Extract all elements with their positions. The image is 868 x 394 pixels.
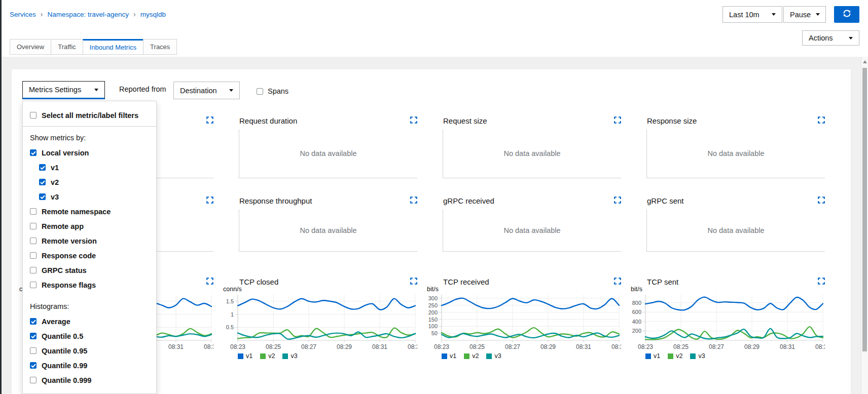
expand-icon[interactable] [614, 196, 621, 204]
vertical-scrollbar[interactable] [861, 57, 868, 394]
menu-item-response-flags[interactable]: Response flags [23, 278, 156, 292]
legend-swatch [464, 353, 469, 359]
checkbox-v1[interactable] [39, 164, 46, 171]
svg-text:08:29: 08:29 [744, 343, 760, 350]
menu-item-quantile-0-99[interactable]: Quantile 0.99 [23, 358, 156, 373]
svg-text:08:27: 08:27 [505, 343, 520, 350]
expand-icon[interactable] [206, 116, 213, 124]
menu-item-label: Remote namespace [42, 208, 111, 216]
expand-icon[interactable] [614, 116, 621, 124]
checkbox-response-flags[interactable] [30, 282, 37, 288]
scroll-up-icon[interactable] [863, 60, 867, 63]
line-chart: 5010015020025030008:2308:2508:2708:2908:… [424, 294, 621, 352]
legend-swatch [668, 353, 673, 359]
scrollbar-thumb[interactable] [862, 68, 867, 351]
checkbox-quantile-0-999[interactable] [30, 377, 37, 383]
menu-item-quantile-0-95[interactable]: Quantile 0.95 [23, 343, 156, 358]
checkbox-local-version[interactable] [30, 149, 37, 156]
legend-item-v1[interactable]: v1 [645, 352, 660, 360]
reporter-dropdown[interactable]: Destination [173, 82, 240, 99]
menu-item-quantile-0-999[interactable]: Quantile 0.999 [23, 373, 156, 387]
menu-item-remote-app[interactable]: Remote app [23, 219, 156, 233]
expand-icon[interactable] [410, 116, 417, 124]
chart-title: Response size [647, 116, 697, 125]
menu-item-v3[interactable]: v3 [23, 189, 156, 204]
chart-card-header: TCP sent [628, 273, 825, 287]
menu-item-average[interactable]: Average [23, 314, 156, 329]
chart-title: Request duration [239, 116, 297, 125]
legend-item-v3[interactable]: v3 [690, 352, 705, 360]
select-all-checkbox[interactable] [30, 112, 37, 119]
legend-item-v1[interactable]: v1 [238, 352, 252, 360]
breadcrumb-link-namespace-travel-agency[interactable]: Namespace: travel-agency [47, 11, 129, 18]
chart-card-header: Request duration [221, 112, 417, 126]
checkbox-v3[interactable] [39, 193, 46, 200]
chart-card-request-duration: Request durationNo data available [221, 112, 417, 126]
series-v2 [238, 328, 415, 339]
breadcrumb-link-mysqldb[interactable]: mysqldb [140, 11, 166, 18]
checkbox-remote-app[interactable] [30, 223, 37, 229]
legend-label: v2 [472, 352, 479, 360]
empty-chart-area: No data available [646, 209, 825, 252]
tab-overview[interactable]: Overview [10, 39, 51, 55]
svg-text:08:31: 08:31 [576, 343, 591, 350]
duration-dropdown[interactable]: Last 10m [722, 6, 782, 23]
checkbox-quantile-0-95[interactable] [30, 347, 37, 354]
tab-inbound-metrics[interactable]: Inbound Metrics [83, 39, 144, 55]
legend-swatch [645, 353, 651, 359]
checkbox-grpc-status[interactable] [30, 267, 37, 273]
expand-icon[interactable] [206, 196, 213, 204]
expand-icon[interactable] [818, 278, 825, 285]
svg-text:08:31: 08:31 [168, 343, 184, 350]
svg-text:08:29: 08:29 [337, 343, 352, 350]
legend-label: v2 [268, 352, 275, 360]
legend-item-v3[interactable]: v3 [282, 352, 297, 360]
menu-item-grpc-status[interactable]: GRPC status [23, 263, 156, 278]
expand-icon[interactable] [206, 278, 213, 285]
legend-item-v1[interactable]: v1 [442, 352, 456, 360]
empty-chart-area: No data available [646, 129, 825, 178]
menu-item-remote-version[interactable]: Remote version [23, 233, 156, 248]
expand-icon[interactable] [410, 196, 417, 204]
legend-label: v3 [698, 352, 705, 360]
checkbox-remote-version[interactable] [30, 238, 37, 244]
spans-checkbox[interactable] [257, 88, 263, 95]
menu-item-local-version[interactable]: Local version [23, 145, 156, 160]
tab-traces[interactable]: Traces [143, 39, 177, 55]
chart-title: TCP closed [239, 278, 278, 286]
metrics-settings-dropdown[interactable]: Metrics Settings [22, 81, 105, 99]
menu-item-select-all[interactable]: Select all metric/label filters [23, 108, 156, 123]
legend-item-v2[interactable]: v2 [260, 352, 275, 360]
chart-legend: v1v2v3 [442, 352, 501, 360]
expand-icon[interactable] [614, 278, 621, 285]
chart-card-header: gRPC received [424, 192, 621, 206]
menu-item-label: Select all metric/label filters [42, 111, 138, 120]
expand-icon[interactable] [818, 196, 825, 204]
menu-item-label: Quantile 0.99 [42, 362, 87, 370]
checkbox-quantile-0-5[interactable] [30, 333, 37, 339]
checkbox-quantile-0-99[interactable] [30, 362, 37, 369]
breadcrumb-link-services[interactable]: Services [10, 11, 36, 18]
legend-item-v2[interactable]: v2 [464, 352, 479, 360]
checkbox-remote-namespace[interactable] [30, 208, 37, 215]
menu-item-remote-namespace[interactable]: Remote namespace [23, 204, 156, 219]
actions-dropdown[interactable]: Actions [802, 30, 859, 46]
menu-item-v1[interactable]: v1 [23, 160, 156, 175]
refresh-interval-dropdown[interactable]: Pause [783, 6, 826, 23]
checkbox-average[interactable] [30, 318, 37, 325]
empty-chart-area: No data available [239, 209, 417, 252]
expand-icon[interactable] [818, 116, 825, 124]
checkbox-v2[interactable] [39, 179, 46, 185]
menu-item-response-code[interactable]: Response code [23, 248, 156, 263]
menu-item-v2[interactable]: v2 [23, 175, 156, 189]
legend-item-v2[interactable]: v2 [668, 352, 682, 360]
expand-icon[interactable] [410, 278, 417, 285]
checkbox-response-code[interactable] [30, 252, 37, 259]
tab-traffic[interactable]: Traffic [51, 39, 83, 55]
line-chart: 0.511.508:2308:2508:2708:2908:3108:33 [221, 294, 417, 352]
chart-title: Response throughput [239, 196, 312, 205]
menu-item-quantile-0-5[interactable]: Quantile 0.5 [23, 329, 156, 343]
chevron-down-icon [816, 13, 820, 16]
legend-item-v3[interactable]: v3 [486, 352, 501, 360]
refresh-button[interactable] [834, 6, 859, 23]
